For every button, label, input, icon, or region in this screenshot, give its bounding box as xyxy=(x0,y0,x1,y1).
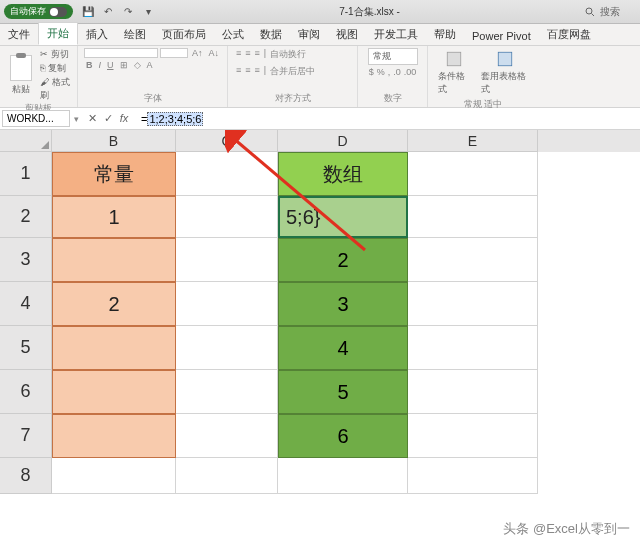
cell-B4[interactable]: 2 xyxy=(52,282,176,326)
border-button[interactable]: ⊞ xyxy=(120,60,128,70)
tab-baidu[interactable]: 百度网盘 xyxy=(539,24,599,45)
cell-B6[interactable] xyxy=(52,370,176,414)
paste-button[interactable]: 粘贴 xyxy=(6,53,36,98)
underline-button[interactable]: U xyxy=(107,60,114,70)
italic-button[interactable]: I xyxy=(99,60,102,70)
cell-B5[interactable] xyxy=(52,326,176,370)
font-color-button[interactable]: A xyxy=(147,60,153,70)
tab-view[interactable]: 视图 xyxy=(328,24,366,45)
cell-E5[interactable] xyxy=(408,326,538,370)
number-format-select[interactable]: 常规 xyxy=(368,48,418,65)
cell-D2[interactable]: 5;6} xyxy=(278,196,408,238)
percent-icon[interactable]: % xyxy=(377,67,385,77)
cell-D7[interactable]: 6 xyxy=(278,414,408,458)
conditional-format-button[interactable]: 条件格式 xyxy=(434,48,473,98)
cell-C1[interactable] xyxy=(176,152,278,196)
bold-button[interactable]: B xyxy=(86,60,93,70)
tab-help[interactable]: 帮助 xyxy=(426,24,464,45)
name-box[interactable] xyxy=(2,110,70,127)
formula-input[interactable]: =1;2;3;4;5;6 xyxy=(135,111,640,127)
select-all-corner[interactable] xyxy=(0,130,52,152)
cell-D1[interactable]: 数组 xyxy=(278,152,408,196)
align-bot-icon[interactable]: ≡ xyxy=(255,48,260,61)
format-painter-button[interactable]: 🖌 格式刷 xyxy=(40,76,71,102)
cell-D4[interactable]: 3 xyxy=(278,282,408,326)
name-dropdown-icon[interactable]: ▾ xyxy=(72,114,81,124)
comma-icon[interactable]: , xyxy=(388,67,391,77)
undo-icon[interactable]: ↶ xyxy=(101,6,115,17)
row-header-4[interactable]: 4 xyxy=(0,282,52,326)
row-header-2[interactable]: 2 xyxy=(0,196,52,238)
autosave-toggle[interactable]: 自动保存 xyxy=(4,4,73,19)
fx-icon[interactable]: fx xyxy=(117,112,131,125)
tab-file[interactable]: 文件 xyxy=(0,24,38,45)
col-header-E[interactable]: E xyxy=(408,130,538,152)
grow-font-icon[interactable]: A↑ xyxy=(190,48,205,58)
currency-icon[interactable]: $ xyxy=(369,67,374,77)
shrink-font-icon[interactable]: A↓ xyxy=(206,48,221,58)
align-mid-icon[interactable]: ≡ xyxy=(245,48,250,61)
row-header-7[interactable]: 7 xyxy=(0,414,52,458)
row-header-5[interactable]: 5 xyxy=(0,326,52,370)
tab-data[interactable]: 数据 xyxy=(252,24,290,45)
tab-home[interactable]: 开始 xyxy=(38,22,78,45)
inc-decimal-icon[interactable]: .0 xyxy=(393,67,401,77)
cell-C6[interactable] xyxy=(176,370,278,414)
cell-B7[interactable] xyxy=(52,414,176,458)
cell-C4[interactable] xyxy=(176,282,278,326)
cell-C2[interactable] xyxy=(176,196,278,238)
qat-more-icon[interactable]: ▾ xyxy=(141,6,155,17)
col-header-B[interactable]: B xyxy=(52,130,176,152)
redo-icon[interactable]: ↷ xyxy=(121,6,135,17)
font-size-select[interactable] xyxy=(160,48,188,58)
align-center-icon[interactable]: ≡ xyxy=(245,65,250,78)
copy-button[interactable]: ⎘ 复制 xyxy=(40,62,71,75)
tab-dev[interactable]: 开发工具 xyxy=(366,24,426,45)
dec-decimal-icon[interactable]: .00 xyxy=(404,67,417,77)
cell-D3[interactable]: 2 xyxy=(278,238,408,282)
cell-E8[interactable] xyxy=(408,458,538,494)
cancel-icon[interactable]: ✕ xyxy=(85,112,99,125)
search-box[interactable]: 搜索 xyxy=(584,5,620,19)
quick-access-toolbar[interactable]: 💾 ↶ ↷ ▾ xyxy=(81,6,155,17)
cell-E2[interactable] xyxy=(408,196,538,238)
cell-C8[interactable] xyxy=(176,458,278,494)
cell-D5[interactable]: 4 xyxy=(278,326,408,370)
wrap-text-button[interactable]: 自动换行 xyxy=(270,48,306,61)
cut-button[interactable]: ✂ 剪切 xyxy=(40,48,71,61)
tab-draw[interactable]: 绘图 xyxy=(116,24,154,45)
col-header-C[interactable]: C xyxy=(176,130,278,152)
enter-icon[interactable]: ✓ xyxy=(101,112,115,125)
table-format-button[interactable]: 套用表格格式 xyxy=(477,48,532,98)
cell-E6[interactable] xyxy=(408,370,538,414)
cell-D8[interactable] xyxy=(278,458,408,494)
fill-color-button[interactable]: ◇ xyxy=(134,60,141,70)
cell-E1[interactable] xyxy=(408,152,538,196)
tab-layout[interactable]: 页面布局 xyxy=(154,24,214,45)
cell-C7[interactable] xyxy=(176,414,278,458)
font-family-select[interactable] xyxy=(84,48,158,58)
tab-review[interactable]: 审阅 xyxy=(290,24,328,45)
align-top-icon[interactable]: ≡ xyxy=(236,48,241,61)
cell-B1[interactable]: 常量 xyxy=(52,152,176,196)
tab-powerpivot[interactable]: Power Pivot xyxy=(464,27,539,45)
cell-B8[interactable] xyxy=(52,458,176,494)
col-header-D[interactable]: D xyxy=(278,130,408,152)
cell-E7[interactable] xyxy=(408,414,538,458)
cell-E4[interactable] xyxy=(408,282,538,326)
merge-button[interactable]: 合并后居中 xyxy=(270,65,315,78)
align-left-icon[interactable]: ≡ xyxy=(236,65,241,78)
cell-C5[interactable] xyxy=(176,326,278,370)
row-header-6[interactable]: 6 xyxy=(0,370,52,414)
cell-C3[interactable] xyxy=(176,238,278,282)
row-header-3[interactable]: 3 xyxy=(0,238,52,282)
cell-B3[interactable] xyxy=(52,238,176,282)
row-header-8[interactable]: 8 xyxy=(0,458,52,494)
tab-formula[interactable]: 公式 xyxy=(214,24,252,45)
cell-E3[interactable] xyxy=(408,238,538,282)
cell-D6[interactable]: 5 xyxy=(278,370,408,414)
cell-B2[interactable]: 1 xyxy=(52,196,176,238)
save-icon[interactable]: 💾 xyxy=(81,6,95,17)
tab-insert[interactable]: 插入 xyxy=(78,24,116,45)
row-header-1[interactable]: 1 xyxy=(0,152,52,196)
